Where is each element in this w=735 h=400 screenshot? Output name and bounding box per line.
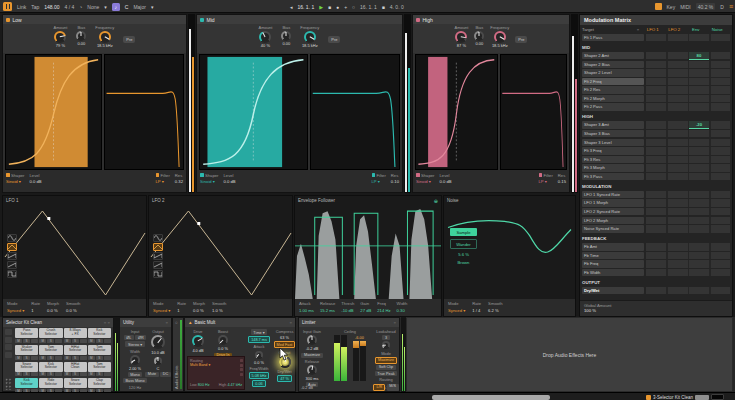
solo-button[interactable]: S bbox=[47, 356, 54, 360]
hot-swap-button[interactable] bbox=[104, 372, 111, 376]
gain-knob[interactable] bbox=[151, 335, 165, 349]
amount-knob[interactable] bbox=[455, 31, 467, 43]
solo-button[interactable]: S bbox=[23, 339, 30, 343]
attack-value[interactable]: 1.00 ms bbox=[299, 308, 314, 313]
bias-knob[interactable] bbox=[474, 31, 484, 41]
dc-button[interactable]: DC bbox=[160, 372, 170, 377]
mute-button[interactable]: M bbox=[88, 356, 95, 360]
band-indicator[interactable] bbox=[240, 373, 243, 376]
frequency-knob[interactable] bbox=[99, 31, 111, 43]
phase-right-button[interactable]: ØR bbox=[135, 335, 146, 340]
hot-swap-button[interactable] bbox=[55, 356, 62, 360]
gain-value[interactable]: 10.0 dB bbox=[151, 350, 164, 355]
smooth-value[interactable]: 1.0 % bbox=[212, 308, 226, 313]
matrix-cells[interactable] bbox=[646, 130, 730, 137]
mute-button[interactable]: M bbox=[64, 372, 71, 376]
matrix-title[interactable]: Modulation Matrix bbox=[580, 15, 732, 25]
width-value[interactable]: 0.06 bbox=[252, 380, 265, 387]
matrix-cells[interactable] bbox=[646, 69, 730, 76]
attack-value[interactable]: 0.0 % bbox=[254, 360, 264, 365]
time-value[interactable]: 148.7 ms bbox=[248, 336, 270, 343]
filter-toggle[interactable]: Filter bbox=[539, 173, 553, 178]
mute-button[interactable]: M bbox=[15, 339, 22, 343]
solo-button[interactable]: S bbox=[47, 339, 54, 343]
noise-amount-value[interactable]: 5.6 % bbox=[450, 252, 477, 257]
amount-value[interactable]: 79 % bbox=[56, 43, 65, 48]
matrix-target-chip[interactable]: Flt 3 Freq bbox=[582, 147, 644, 154]
rack-chain-button[interactable] bbox=[5, 337, 12, 343]
compress-value[interactable]: 63 % bbox=[280, 335, 289, 340]
shaper-mode-select[interactable]: Sinoid ▾ bbox=[6, 179, 25, 184]
frequency-value[interactable]: 18.5 kHz bbox=[97, 43, 113, 48]
mute-button[interactable]: Mute bbox=[145, 372, 158, 377]
amount-value[interactable]: 87 % bbox=[457, 43, 466, 48]
device-activator-led[interactable] bbox=[6, 18, 10, 22]
dry-wet-value[interactable]: 47 % bbox=[277, 375, 292, 382]
sample-button[interactable]: Sample bbox=[450, 228, 477, 236]
matrix-target-chip[interactable]: Flt 3 Res bbox=[582, 156, 644, 163]
solo-button[interactable]: S bbox=[72, 372, 79, 376]
solo-button[interactable]: S bbox=[96, 356, 103, 360]
lfo-waveform-display[interactable] bbox=[149, 205, 292, 299]
morph-value[interactable]: 0.0 % bbox=[47, 308, 59, 313]
smooth-value[interactable]: 0.0 % bbox=[66, 308, 80, 313]
mono-button[interactable]: Mono bbox=[128, 372, 143, 377]
solo-button[interactable]: S bbox=[47, 372, 54, 376]
boost-knob[interactable] bbox=[218, 335, 228, 345]
bias-value[interactable]: 0.00 bbox=[77, 41, 85, 46]
mode-select[interactable]: Synced ▾ bbox=[448, 308, 465, 313]
hot-swap-icon[interactable]: ○ bbox=[394, 320, 396, 325]
rack-button[interactable] bbox=[5, 352, 12, 358]
matrix-target-chip[interactable]: Shaper 3 Level bbox=[582, 139, 644, 146]
wander-button[interactable]: Wander bbox=[450, 239, 477, 249]
level-value[interactable]: 0.0 dB bbox=[224, 179, 236, 184]
record-button[interactable]: ● bbox=[336, 4, 339, 10]
frequency-knob[interactable] bbox=[304, 31, 316, 43]
attack-knob[interactable] bbox=[255, 351, 263, 359]
lfo-shape-square-icon[interactable] bbox=[7, 270, 17, 278]
frequency-knob[interactable] bbox=[494, 31, 506, 43]
solo-button[interactable]: S bbox=[72, 339, 79, 343]
hot-swap-button[interactable] bbox=[104, 339, 111, 343]
rack-macro-button[interactable] bbox=[5, 329, 12, 335]
hot-swap-button[interactable] bbox=[104, 356, 111, 360]
release-value[interactable]: 15.2 ms bbox=[320, 308, 335, 313]
lfo-shape-saw-down-icon[interactable] bbox=[7, 252, 17, 260]
matrix-target-chip[interactable]: Flt 3 Morph bbox=[582, 164, 644, 171]
hot-swap-button[interactable] bbox=[80, 356, 87, 360]
width-value[interactable]: 0.30 bbox=[397, 308, 408, 313]
bias-value[interactable]: 0.00 bbox=[282, 41, 290, 46]
shaper-toggle[interactable]: Shaper bbox=[200, 173, 219, 178]
drive-knob[interactable] bbox=[192, 335, 204, 347]
rack-devices-button[interactable] bbox=[5, 344, 12, 350]
shaper-display[interactable] bbox=[199, 54, 308, 170]
output-value[interactable]: -0.2 dB bbox=[301, 386, 313, 390]
solo-button[interactable]: S bbox=[72, 356, 79, 360]
mute-button[interactable]: M bbox=[15, 356, 22, 360]
hot-swap-button[interactable] bbox=[80, 372, 87, 376]
device-header[interactable]: Selector Kit Clean ○○ bbox=[3, 318, 113, 327]
bias-knob[interactable] bbox=[76, 31, 86, 41]
filter-display[interactable] bbox=[500, 54, 567, 170]
scale-mode-field[interactable]: Major bbox=[133, 4, 146, 10]
lookahead-value[interactable]: 3 bbox=[382, 335, 389, 340]
solo-button[interactable]: S bbox=[96, 372, 103, 376]
drum-pad[interactable]: TomSelector bbox=[88, 362, 111, 372]
time-signature-field[interactable]: 4 / 4 bbox=[65, 4, 75, 10]
hot-swap-button[interactable] bbox=[55, 372, 62, 376]
frequency-value[interactable]: 18.5 kHz bbox=[302, 43, 318, 48]
play-button[interactable]: ▶ bbox=[319, 4, 323, 10]
checkbox-icon[interactable] bbox=[372, 173, 376, 177]
matrix-cell-value[interactable]: -20 bbox=[689, 121, 709, 129]
hot-swap-button[interactable] bbox=[31, 356, 38, 360]
phase-left-button[interactable]: ØL bbox=[124, 335, 134, 340]
filter-mode-select[interactable]: LP ▾ bbox=[539, 179, 553, 184]
device-header[interactable]: Utility○ bbox=[120, 318, 171, 327]
draw-mode-button[interactable] bbox=[655, 3, 662, 10]
scale-icon[interactable]: ♪ bbox=[112, 3, 120, 11]
drum-pad[interactable]: TomSelector bbox=[39, 345, 62, 355]
drum-pad[interactable]: HiHatClean bbox=[64, 362, 87, 372]
collapsed-device-strip[interactable]: ○ Audio Effects bbox=[172, 317, 184, 392]
matrix-target-chip[interactable]: Fb Time bbox=[582, 252, 644, 259]
shaper-mode-select[interactable]: Sinoid ▾ bbox=[200, 179, 219, 184]
